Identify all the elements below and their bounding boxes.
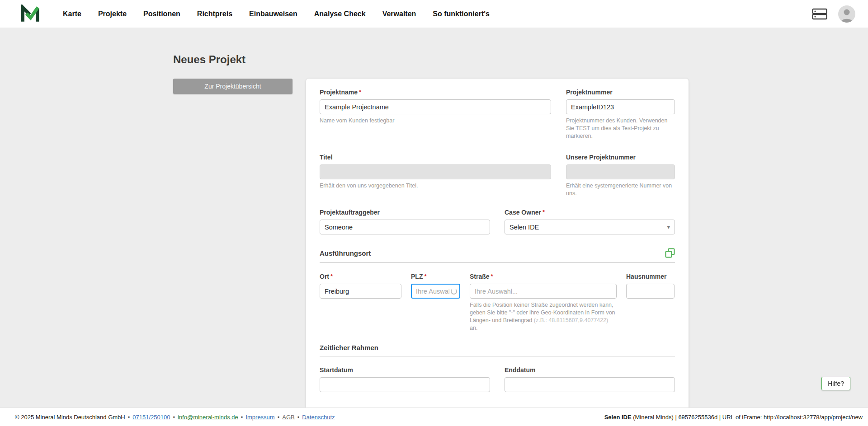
footer-separator: •: [241, 414, 243, 421]
case-owner-label: Case Owner*: [505, 209, 675, 216]
footer-separator: •: [278, 414, 280, 421]
startdatum-input[interactable]: [320, 377, 490, 392]
field-startdatum: Startdatum: [320, 366, 490, 392]
field-case-owner: Case Owner* Selen IDE ▾: [505, 209, 675, 234]
section-divider: [320, 262, 675, 263]
titel-helper: Erhält den von uns vorgegebenen Titel.: [320, 182, 551, 190]
main-content: Neues Projekt Zur Projektübersicht Proje…: [0, 28, 868, 426]
back-to-project-overview-button[interactable]: Zur Projektübersicht: [173, 79, 292, 94]
unsere-projektnummer-input: [566, 164, 675, 179]
strasse-helper: Falls die Position keiner Straße zugeord…: [470, 301, 617, 332]
startdatum-label: Startdatum: [320, 366, 490, 374]
nav-item-richtpreis[interactable]: Richtpreis: [197, 10, 232, 18]
hausnummer-label: Hausnummer: [626, 273, 675, 280]
footer-separator: •: [297, 414, 300, 421]
field-plz: PLZ*: [411, 273, 460, 332]
enddatum-label: Enddatum: [505, 366, 675, 374]
required-marker: *: [542, 209, 545, 215]
footer-impressum-link[interactable]: Impressum: [245, 414, 274, 421]
field-ort: Ort*: [320, 273, 401, 332]
loading-spinner-icon: [451, 288, 457, 295]
user-avatar[interactable]: [838, 5, 855, 23]
titel-input: [320, 164, 551, 179]
footer-separator: •: [173, 414, 175, 421]
footer-datenschutz-link[interactable]: Datenschutz: [302, 414, 335, 421]
footer: © 2025 Mineral Minds Deutschland GmbH • …: [0, 407, 868, 426]
field-titel: Titel Erhält den von uns vorgegebenen Ti…: [320, 154, 551, 197]
top-navbar: Karte Projekte Positionen Richtpreis Ein…: [0, 0, 868, 28]
projektnummer-helper: Projektnummer des Kunden. Verwenden Sie …: [566, 117, 675, 140]
projektauftraggeber-input[interactable]: [320, 220, 490, 234]
left-column: Zur Projektübersicht: [173, 79, 292, 94]
page-title: Neues Projekt: [173, 53, 868, 66]
field-unsere-projektnummer: Unsere Projektnummer Erhält eine systemg…: [566, 154, 675, 197]
footer-email-link[interactable]: info@mineral-minds.de: [178, 414, 238, 421]
footer-agb-link[interactable]: AGB: [282, 414, 294, 421]
required-marker: *: [359, 89, 361, 95]
project-form-card: Projektname* Name vom Kunden festlegbar …: [306, 79, 689, 411]
field-projektnummer: Projektnummer Projektnummer des Kunden. …: [566, 89, 675, 140]
footer-separator: •: [128, 414, 130, 421]
field-enddatum: Enddatum: [505, 366, 675, 392]
nav-item-so-funktionierts[interactable]: So funktioniert's: [433, 10, 490, 18]
plz-label: PLZ*: [411, 273, 460, 280]
projektname-input[interactable]: [320, 99, 551, 114]
required-marker: *: [424, 273, 426, 279]
projektauftraggeber-label: Projektauftraggeber: [320, 209, 490, 216]
unsere-projektnummer-label: Unsere Projektnummer: [566, 154, 675, 161]
projektnummer-label: Projektnummer: [566, 89, 675, 96]
required-marker: *: [330, 273, 333, 279]
footer-session-info: Selen IDE (Mineral Minds) | 69576255536d…: [604, 414, 863, 421]
section-divider: [320, 356, 675, 356]
server-rack-icon[interactable]: [812, 8, 827, 20]
help-button[interactable]: Hilfe?: [821, 377, 850, 390]
main-nav: Karte Projekte Positionen Richtpreis Ein…: [63, 10, 490, 18]
unsere-projektnummer-helper: Erhält eine systemgenerierte Nummer von …: [566, 182, 675, 197]
mineral-minds-logo-icon[interactable]: [20, 5, 39, 23]
projektname-label: Projektname*: [320, 89, 551, 96]
strasse-input[interactable]: [470, 284, 617, 299]
hausnummer-input[interactable]: [626, 284, 675, 299]
ort-input[interactable]: [320, 284, 401, 299]
navbar-right: [812, 5, 855, 23]
projektname-helper: Name vom Kunden festlegbar: [320, 117, 551, 125]
projektnummer-input[interactable]: [566, 99, 675, 114]
footer-phone-link[interactable]: 07151/250100: [132, 414, 170, 421]
field-strasse: Straße* Falls die Position keiner Straße…: [470, 273, 617, 332]
section-zeitlicher-rahmen-title: Zeitlicher Rahmen: [320, 344, 378, 351]
nav-item-verwalten[interactable]: Verwalten: [382, 10, 416, 18]
field-projektauftraggeber: Projektauftraggeber: [320, 209, 490, 234]
nav-item-karte[interactable]: Karte: [63, 10, 81, 18]
field-projektname: Projektname* Name vom Kunden festlegbar: [320, 89, 551, 140]
enddatum-input[interactable]: [505, 377, 675, 392]
nav-item-projekte[interactable]: Projekte: [98, 10, 127, 18]
required-marker: *: [491, 273, 493, 279]
footer-copyright: © 2025 Mineral Minds Deutschland GmbH: [15, 414, 125, 421]
titel-label: Titel: [320, 154, 551, 161]
section-ausfuehrungsort-title: Ausführungsort: [320, 249, 371, 257]
ort-label: Ort*: [320, 273, 401, 280]
person-icon: [838, 5, 855, 23]
case-owner-select[interactable]: Selen IDE ▾: [505, 220, 675, 234]
chevron-down-icon: ▾: [667, 224, 670, 230]
nav-item-positionen[interactable]: Positionen: [143, 10, 180, 18]
strasse-label: Straße*: [470, 273, 617, 280]
nav-item-einbauweisen[interactable]: Einbauweisen: [249, 10, 297, 18]
nav-item-analyse-check[interactable]: Analyse Check: [314, 10, 366, 18]
field-hausnummer: Hausnummer: [626, 273, 675, 332]
copy-icon[interactable]: [665, 248, 675, 258]
